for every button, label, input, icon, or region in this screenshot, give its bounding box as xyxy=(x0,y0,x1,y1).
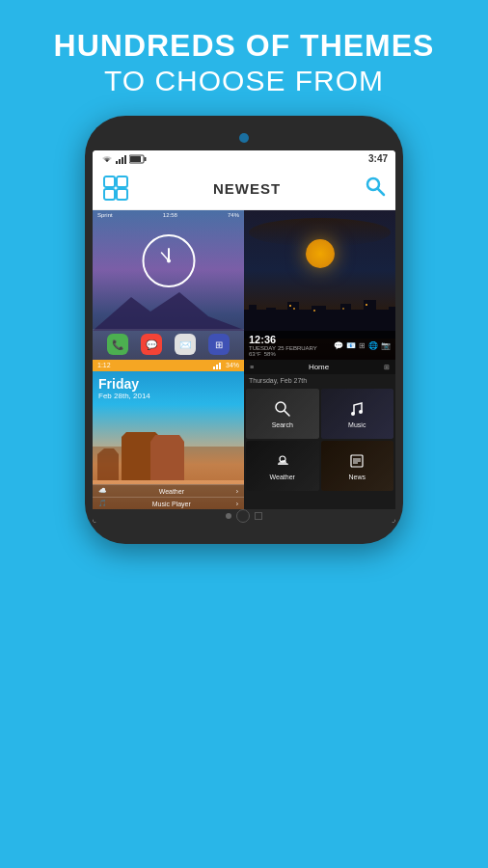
svg-marker-16 xyxy=(93,292,244,331)
theme3-signal xyxy=(213,362,223,369)
battery-icon xyxy=(129,154,147,164)
svg-marker-41 xyxy=(150,435,184,480)
theme4-music-label: Music xyxy=(348,421,366,428)
dock-email[interactable]: ✉️ xyxy=(175,334,196,355)
svg-rect-38 xyxy=(219,363,221,369)
svg-line-12 xyxy=(377,188,384,195)
dock-drawer[interactable]: ⊞ xyxy=(208,334,230,355)
svg-rect-36 xyxy=(213,366,215,369)
theme4-date: Thursday, Feb 27th xyxy=(244,374,395,387)
app-logo-icon xyxy=(102,175,129,202)
wifi-icon xyxy=(100,154,114,164)
theme-2[interactable]: 12:36 TUESDAY 25 FEBRUARY 63°F 58% � xyxy=(244,210,395,360)
theme2-icon2: 📧 xyxy=(346,341,356,350)
theme2-battery: 58% xyxy=(264,351,276,357)
theme-3[interactable]: 1:12 34% Friday Feb 28th, 2014 xyxy=(93,360,244,509)
svg-rect-3 xyxy=(124,155,126,164)
desert-svg xyxy=(93,418,244,480)
theme1-carrier: Sprint xyxy=(97,212,113,218)
news-cell-icon xyxy=(348,452,366,470)
theme1-time: 12:58 xyxy=(163,212,177,218)
app-cell-search[interactable]: Search xyxy=(246,389,319,439)
theme4-home: Home xyxy=(309,363,329,371)
app-cell-weather[interactable]: Weather xyxy=(246,441,319,491)
svg-rect-31 xyxy=(289,305,291,307)
svg-rect-0 xyxy=(116,161,118,164)
svg-rect-33 xyxy=(313,310,315,312)
theme4-search-label: Search xyxy=(272,421,293,428)
header-section: HUNDREDS OF THEMES TO CHOOSE FROM xyxy=(0,0,488,116)
clock-face xyxy=(147,239,190,283)
svg-point-46 xyxy=(359,410,363,414)
theme4-news-label: News xyxy=(348,474,366,480)
svg-rect-5 xyxy=(145,157,147,161)
theme3-date: Feb 28th, 2014 xyxy=(98,392,238,400)
theme2-icon3: ⊞ xyxy=(359,341,366,350)
theme4-weather-label: Weather xyxy=(270,474,295,480)
theme2-time: 12:36 xyxy=(249,334,317,345)
theme3-music: Music Player xyxy=(152,501,191,507)
svg-rect-6 xyxy=(130,156,141,162)
signal-icons xyxy=(100,154,147,164)
phone-outer: 3:47 NEWEST xyxy=(85,116,403,544)
weather-cell-icon xyxy=(274,452,291,470)
svg-rect-34 xyxy=(366,304,367,306)
theme2-temp: 63°F xyxy=(249,351,261,357)
nav-home xyxy=(236,509,250,523)
svg-line-44 xyxy=(285,411,289,416)
theme-4[interactable]: ≡ Home ⊞ Thursday, Feb 27th xyxy=(244,360,395,509)
search-button[interactable] xyxy=(365,176,386,202)
search-icon[interactable] xyxy=(365,176,386,197)
theme3-time: 1:12 xyxy=(97,362,111,369)
music-cell-icon xyxy=(348,400,366,418)
app-cell-music[interactable]: Music xyxy=(321,389,394,439)
svg-rect-35 xyxy=(342,308,344,310)
svg-marker-42 xyxy=(97,448,119,480)
header-line2: TO CHOOSE FROM xyxy=(19,64,469,98)
svg-rect-1 xyxy=(119,159,121,164)
app-bar: NEWEST xyxy=(93,167,395,210)
theme2-icon5: 📷 xyxy=(381,341,391,350)
svg-rect-2 xyxy=(122,157,123,164)
app-cell-news[interactable]: News xyxy=(321,441,394,491)
svg-rect-8 xyxy=(117,176,127,187)
theme3-weather: Weather xyxy=(159,488,184,495)
search-cell-icon xyxy=(274,400,291,418)
svg-rect-32 xyxy=(293,308,295,310)
signal-icon xyxy=(116,154,127,164)
app-bar-title: NEWEST xyxy=(213,180,281,197)
theme1-battery: 74% xyxy=(228,212,239,218)
theme2-icon1: 💬 xyxy=(334,341,343,350)
svg-point-15 xyxy=(167,259,171,263)
svg-rect-9 xyxy=(104,189,115,200)
themes-grid: Sprint 12:58 74% xyxy=(93,210,395,509)
phone-camera xyxy=(239,133,249,143)
svg-rect-10 xyxy=(117,189,127,200)
mountain-svg xyxy=(93,287,244,331)
nav-recent xyxy=(255,512,262,520)
status-bar: 3:47 xyxy=(93,150,395,167)
svg-rect-7 xyxy=(104,176,115,187)
theme2-icon4: 🌐 xyxy=(368,341,378,350)
phone-shell: 3:47 NEWEST xyxy=(85,116,403,544)
phone-nav-bar xyxy=(93,509,395,523)
status-time: 3:47 xyxy=(368,153,388,164)
dock-phone[interactable]: 📞 xyxy=(107,334,128,355)
svg-point-45 xyxy=(351,412,355,416)
dock-sms[interactable]: 💬 xyxy=(141,334,162,355)
phone-screen: 3:47 NEWEST xyxy=(93,150,395,523)
theme2-date2: 25 FEBRUARY xyxy=(278,345,317,351)
theme3-day: Friday xyxy=(98,376,238,392)
nav-back xyxy=(226,513,231,519)
theme-1[interactable]: Sprint 12:58 74% xyxy=(93,210,244,360)
svg-rect-37 xyxy=(216,365,218,369)
header-line1: HUNDREDS OF THEMES xyxy=(19,27,469,64)
